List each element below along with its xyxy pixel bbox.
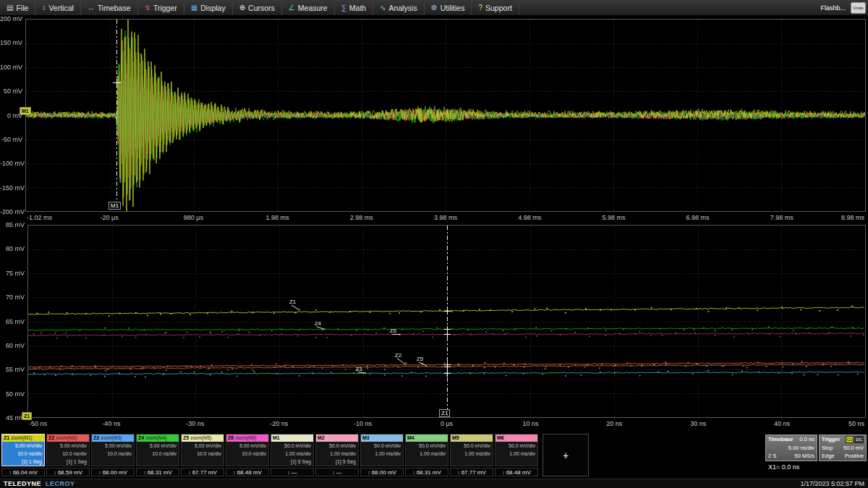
trace-name: M2: [318, 435, 325, 442]
trace-setting: 50.0 mV/div: [451, 442, 493, 450]
trace-box-m6[interactable]: M650.0 mV/div1.00 ms/div: [495, 434, 538, 466]
trace-descriptor-z2[interactable]: Z2zoom(M2)5.00 mV/div10.0 ns/div[1] 1 Se…: [46, 434, 90, 476]
trace-box-z2[interactable]: Z2zoom(M2)5.00 mV/div10.0 ns/div[1] 1 Se…: [46, 434, 90, 466]
zoom-waveform-grid[interactable]: Z1 Z1 Z1Z4Z6Z2Z5Z3: [27, 225, 866, 418]
trace-setting: [361, 458, 403, 466]
menu-item-support[interactable]: ?Support: [472, 0, 519, 15]
trace-setting: [495, 458, 537, 466]
trace-name: M6: [497, 435, 504, 442]
menu-item-timebase[interactable]: ↔Timebase: [81, 0, 138, 15]
add-trace-box[interactable]: +: [542, 434, 589, 476]
trace-descriptor-m2[interactable]: M250.0 mV/div1.00 ms/div[1] 5 Seg↕—: [315, 434, 359, 476]
timebase-panel[interactable]: Timebase 0.0 ns 5.00 ns/div 2 S 50 MS/s: [765, 435, 817, 461]
utilities-icon: ⚙: [431, 4, 438, 12]
trace-callout-z6[interactable]: Z6: [390, 328, 396, 334]
cursor-marker-icon: ↕: [457, 470, 460, 475]
trace-box-z6[interactable]: Z6zoom(M6)5.00 mV/div10.0 ns/div: [226, 434, 269, 466]
trace-descriptor-z1[interactable]: Z1zoom(M1)5.00 mV/div10.0 ns/div[1] 1 Se…: [1, 434, 45, 476]
trace-box-header: M2: [316, 435, 358, 442]
trace-callout-z1[interactable]: Z1: [289, 299, 296, 305]
menu-bar: ▤File↕Vertical↔Timebase↯Trigger▦Display⊕…: [0, 0, 868, 16]
trace-descriptor-m1[interactable]: M150.0 mV/div1.00 ms/div[1] 5 Seg↕—: [271, 434, 314, 476]
cursor-marker-icon: ↕: [233, 470, 236, 475]
main-cursor-flag[interactable]: M1: [109, 202, 121, 210]
x-axis-tick: 1.98 ms: [253, 214, 302, 221]
trigger-tag-dc: DC: [854, 436, 864, 443]
menu-item-label: Timebase: [98, 4, 131, 12]
zoom-trace-offset-badge[interactable]: Z1: [22, 412, 32, 420]
trace-box-m2[interactable]: M250.0 mV/div1.00 ms/div[1] 5 Seg: [315, 434, 359, 466]
trace-cursor-value: ↕68.31 mV: [405, 468, 448, 476]
menu-item-file[interactable]: ▤File: [0, 0, 35, 15]
trace-setting: 10.0 ns/div: [2, 450, 44, 458]
trace-callout-z2[interactable]: Z2: [395, 353, 401, 359]
trace-descriptor-z6[interactable]: Z6zoom(M6)5.00 mV/div10.0 ns/div↕68.48 m…: [226, 434, 269, 476]
analysis-icon: ∿: [380, 4, 386, 12]
x-axis-tick: 2.98 ms: [337, 214, 386, 221]
trace-descriptor-z5[interactable]: Z5zoom(M5)5.00 mV/div10.0 ns/div↕67.77 m…: [181, 434, 224, 476]
trace-descriptor-m4[interactable]: M450.0 mV/div1.00 ms/div↕68.31 mV: [405, 434, 448, 476]
menu-item-cursors[interactable]: ⊕Cursors: [233, 0, 282, 15]
trace-setting: [92, 458, 134, 466]
main-waveform-grid[interactable]: M1 M1: [25, 19, 866, 212]
trace-setting: 10.0 ns/div: [137, 450, 179, 458]
trigger-title: Trigger: [822, 436, 840, 443]
main-waveform-canvas[interactable]: [26, 20, 865, 211]
main-trace-offset-badge[interactable]: M1: [20, 107, 31, 115]
y-axis-tick: 50 mV: [0, 87, 22, 95]
trace-callout-z5[interactable]: Z5: [417, 356, 423, 362]
trace-box-m3[interactable]: M350.0 mV/div1.00 ms/div: [360, 434, 404, 466]
menu-item-display[interactable]: ▦Display: [184, 0, 233, 15]
trace-name: Z3: [93, 435, 99, 442]
trace-source: zoom(M1): [11, 435, 32, 442]
trace-name: M4: [407, 435, 414, 442]
trace-setting: 10.0 ns/div: [226, 450, 268, 458]
trace-setting: 10.0 ns/div: [47, 450, 89, 458]
zoom-cursor-flag[interactable]: Z1: [439, 409, 450, 417]
trace-box-header: Z3zoom(M3): [92, 435, 134, 442]
trigger-source-tags: C1DC: [846, 436, 864, 443]
menu-item-utilities[interactable]: ⚙Utilities: [425, 0, 472, 15]
y-axis-tick: 50 mV: [0, 390, 25, 398]
trace-box-z4[interactable]: Z4zoom(M4)5.00 mV/div10.0 ns/div: [136, 434, 179, 466]
menu-item-math[interactable]: ∑Math: [335, 0, 373, 15]
datetime-display: 1/17/2023 5:02:57 PM: [800, 480, 864, 487]
trigger-panel[interactable]: Trigger C1DC Stop 50.0 mV Edge Positive: [819, 435, 867, 461]
trace-descriptor-z3[interactable]: Z3zoom(M3)5.00 mV/div10.0 ns/div↕68.00 m…: [91, 434, 135, 476]
trace-setting: 50.0 mV/div: [495, 442, 537, 450]
trace-box-z1[interactable]: Z1zoom(M1)5.00 mV/div10.0 ns/div[1] 1 Se…: [1, 434, 45, 466]
trace-box-m5[interactable]: M550.0 mV/div1.00 ms/div: [450, 434, 493, 466]
trace-descriptor-z4[interactable]: Z4zoom(M4)5.00 mV/div10.0 ns/div↕68.31 m…: [136, 434, 179, 476]
trace-descriptor-m6[interactable]: M650.0 mV/div1.00 ms/div↕68.48 mV: [495, 434, 538, 476]
trace-box-header: Z6zoom(M6): [226, 435, 268, 442]
undo-button[interactable]: Undo: [851, 2, 866, 14]
menu-item-label: Display: [200, 4, 225, 12]
menu-item-measure[interactable]: ∠Measure: [282, 0, 335, 15]
trace-setting: [182, 458, 224, 466]
menu-item-analysis[interactable]: ∿Analysis: [373, 0, 425, 15]
cursor-value-text: —: [336, 469, 342, 476]
menu-item-trigger[interactable]: ↯Trigger: [138, 0, 184, 15]
trace-setting: 50.0 mV/div: [361, 442, 403, 450]
trace-box-m4[interactable]: M450.0 mV/div1.00 ms/div: [405, 434, 448, 466]
trace-box-z3[interactable]: Z3zoom(M3)5.00 mV/div10.0 ns/div: [91, 434, 135, 466]
trace-setting: 10.0 ns/div: [182, 450, 224, 458]
trace-name: Z5: [183, 435, 189, 442]
trace-box-z5[interactable]: Z5zoom(M5)5.00 mV/div10.0 ns/div: [181, 434, 224, 466]
trace-setting: 5.00 mV/div: [92, 442, 134, 450]
trace-callout-z4[interactable]: Z4: [315, 321, 321, 327]
trace-box-header: M6: [495, 435, 537, 442]
trace-setting: 5.00 mV/div: [2, 442, 44, 450]
menu-bar-items: ▤File↕Vertical↔Timebase↯Trigger▦Display⊕…: [0, 0, 519, 15]
cursor-value-text: 67.77 mV: [461, 469, 486, 476]
trace-descriptor-m3[interactable]: M350.0 mV/div1.00 ms/div↕68.00 mV: [360, 434, 404, 476]
menu-item-vertical[interactable]: ↕Vertical: [35, 0, 80, 15]
cursor-marker-icon: ↕: [412, 470, 415, 475]
trace-callout-z3[interactable]: Z3: [355, 367, 362, 372]
zoom-waveform-canvas[interactable]: [28, 226, 865, 417]
trace-box-m1[interactable]: M150.0 mV/div1.00 ms/div[1] 5 Seg: [271, 434, 314, 466]
display-icon: ▦: [191, 4, 197, 12]
trace-descriptor-m5[interactable]: M550.0 mV/div1.00 ms/div↕67.77 mV: [450, 434, 493, 476]
trace-setting: 50.0 mV/div: [406, 442, 448, 450]
cursor-marker-icon: ↕: [502, 470, 505, 475]
